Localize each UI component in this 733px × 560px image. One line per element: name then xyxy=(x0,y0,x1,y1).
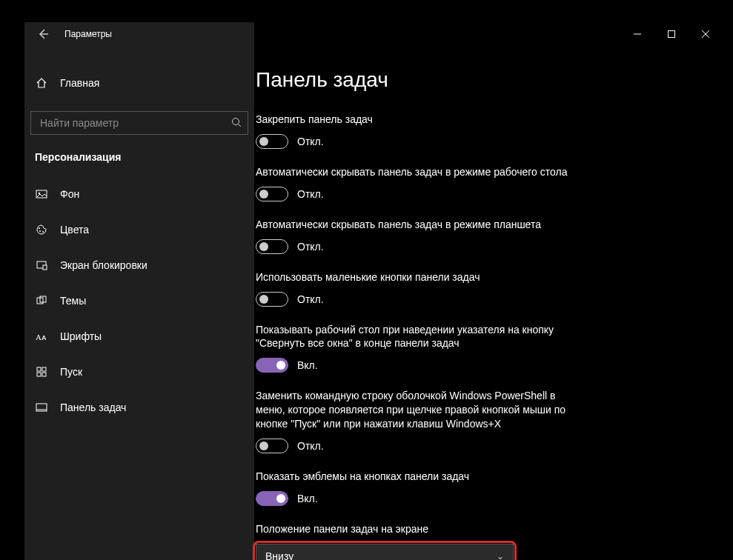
sidebar-item-label: Экран блокировки xyxy=(60,259,147,271)
sidebar-item-label: Панель задач xyxy=(60,401,126,413)
setting-label: Закрепить панель задач xyxy=(256,113,582,127)
sidebar-item-label: Цвета xyxy=(60,224,89,236)
svg-rect-17 xyxy=(42,367,46,371)
sidebar-item-label: Фон xyxy=(60,188,79,200)
svg-rect-18 xyxy=(37,373,41,376)
page-title: Панель задач xyxy=(256,68,700,92)
sidebar-item-label: Пуск xyxy=(60,366,82,378)
start-icon xyxy=(35,365,48,379)
close-button[interactable] xyxy=(689,22,723,46)
toggle-state-text: Вкл. xyxy=(297,359,318,371)
setting-label: Заменить командную строку оболочкой Wind… xyxy=(256,389,582,431)
titlebar: Параметры xyxy=(24,22,723,46)
svg-rect-12 xyxy=(43,265,47,270)
sidebar-home[interactable]: Главная xyxy=(24,67,254,99)
setting-label: Автоматически скрывать панель задач в ре… xyxy=(256,165,582,179)
back-arrow-icon xyxy=(37,28,49,40)
toggle-switch[interactable] xyxy=(256,439,288,453)
svg-text:Aᴀ: Aᴀ xyxy=(36,333,47,341)
sidebar-item-colors[interactable]: Цвета xyxy=(24,212,254,247)
main-content: Панель задач Закрепить панель задач Откл… xyxy=(254,46,723,560)
sidebar-item-label: Темы xyxy=(60,295,86,307)
maximize-icon xyxy=(668,30,675,38)
fonts-icon: Aᴀ xyxy=(35,330,48,343)
svg-point-8 xyxy=(39,227,40,229)
sidebar-item-label: Шрифты xyxy=(60,330,102,342)
toggle-state-text: Откл. xyxy=(297,136,324,147)
toggle-knob xyxy=(276,361,285,370)
toggle-knob xyxy=(259,242,268,251)
toggle-switch[interactable] xyxy=(256,239,288,254)
toggle-state-text: Откл. xyxy=(297,241,324,253)
toggle-switch[interactable] xyxy=(256,187,288,201)
setting-label: Использовать маленькие кнопки панели зад… xyxy=(256,270,582,284)
toggle-knob xyxy=(259,441,268,450)
setting-label: Показывать рабочий стол при наведении ук… xyxy=(256,323,582,351)
svg-rect-1 xyxy=(669,31,675,38)
picture-icon xyxy=(35,187,48,201)
sidebar-item-lockscreen[interactable]: Экран блокировки xyxy=(24,247,254,283)
svg-rect-19 xyxy=(42,373,46,376)
sidebar-item-themes[interactable]: Темы xyxy=(24,283,254,319)
minimize-button[interactable] xyxy=(620,22,654,46)
maximize-button[interactable] xyxy=(654,22,689,46)
search-icon xyxy=(231,117,242,130)
palette-icon xyxy=(35,223,48,236)
toggle-switch[interactable] xyxy=(256,134,288,149)
toggle-state-text: Откл. xyxy=(297,440,324,452)
toggle-knob xyxy=(259,190,268,199)
sidebar-nav-list: Фон Цвета Экран блокировки Темы Aᴀ Шрифт… xyxy=(24,176,254,425)
sidebar-item-fonts[interactable]: Aᴀ Шрифты xyxy=(24,319,254,354)
toggle-switch[interactable] xyxy=(256,358,288,373)
chevron-down-icon: ⌄ xyxy=(497,551,504,560)
home-icon xyxy=(35,76,48,90)
close-icon xyxy=(702,30,709,38)
svg-point-4 xyxy=(233,118,239,124)
toggle-switch[interactable] xyxy=(256,491,288,506)
search-input[interactable] xyxy=(40,117,231,129)
toggle-knob xyxy=(259,295,268,304)
taskbar-position-dropdown[interactable]: Внизу ⌄ xyxy=(256,544,514,560)
toggle-state-text: Откл. xyxy=(297,293,324,305)
svg-point-10 xyxy=(42,231,44,233)
minimize-icon xyxy=(634,30,641,38)
dropdown-value: Внизу xyxy=(265,550,293,560)
sidebar-section-title: Персонализация xyxy=(24,141,254,169)
lockscreen-icon xyxy=(35,259,48,272)
taskbar-icon xyxy=(35,401,48,414)
toggle-knob xyxy=(259,137,268,146)
svg-rect-16 xyxy=(37,367,41,371)
position-label: Положение панели задач на экране xyxy=(256,522,582,536)
search-box[interactable] xyxy=(30,111,248,135)
toggle-knob xyxy=(276,494,285,503)
toggle-switch[interactable] xyxy=(256,292,288,307)
sidebar: Главная Персонализация Фон Цве xyxy=(24,46,254,560)
setting-label: Автоматически скрывать панель задач в ре… xyxy=(256,218,582,232)
toggle-state-text: Вкл. xyxy=(297,493,318,504)
sidebar-home-label: Главная xyxy=(60,77,99,89)
sidebar-item-background[interactable]: Фон xyxy=(24,176,254,212)
svg-point-9 xyxy=(39,230,41,232)
sidebar-item-taskbar[interactable]: Панель задач xyxy=(24,390,254,425)
sidebar-item-start[interactable]: Пуск xyxy=(24,354,254,390)
toggle-state-text: Откл. xyxy=(297,188,324,200)
svg-line-5 xyxy=(239,124,242,127)
back-button[interactable] xyxy=(32,23,54,45)
app-title: Параметры xyxy=(64,29,112,39)
themes-icon xyxy=(35,294,48,307)
setting-label: Показать эмблемы на кнопках панели задач xyxy=(256,470,582,484)
